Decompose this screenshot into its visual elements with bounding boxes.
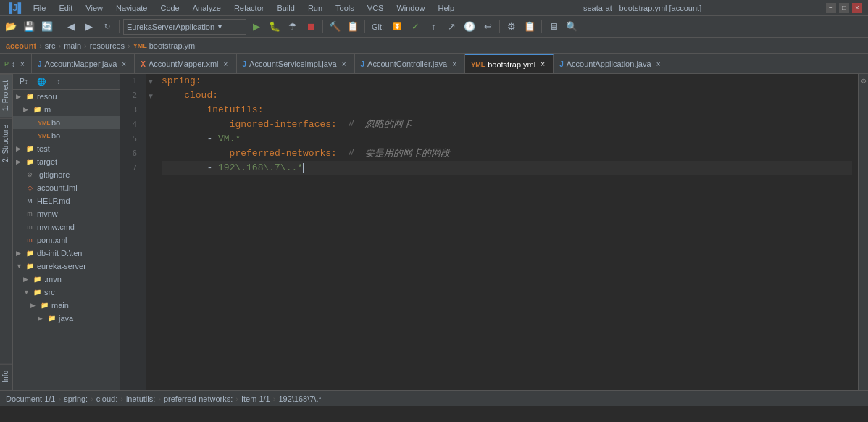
menu-view[interactable]: View bbox=[81, 2, 107, 14]
tree-arrow-eurekaserver: ▼ bbox=[16, 262, 25, 270]
git-pull[interactable]: ↗ bbox=[443, 19, 459, 35]
accountserviceimpl-close-icon[interactable]: × bbox=[340, 59, 349, 68]
code-area[interactable]: spring: cloud: inetutils: ignored-interf… bbox=[156, 74, 858, 390]
forward-button[interactable]: ▶ bbox=[81, 19, 97, 35]
close-button[interactable]: × bbox=[852, 3, 862, 13]
menu-navigate[interactable]: Navigate bbox=[112, 2, 151, 14]
menu-build[interactable]: Build bbox=[272, 2, 299, 14]
menu-help[interactable]: Help bbox=[434, 2, 459, 14]
menu-vcs[interactable]: VCS bbox=[363, 2, 388, 14]
tree-item-bo1[interactable]: YML bo bbox=[13, 116, 120, 129]
right-panel-btn-1[interactable]: ⚙ bbox=[859, 77, 868, 86]
tab-bootstrap-yml[interactable]: YML bootstrap.yml × bbox=[465, 54, 554, 73]
debug-button[interactable]: 🐛 bbox=[267, 19, 283, 35]
structure-panel-tab[interactable]: 2: Structure bbox=[0, 118, 12, 168]
menu-edit[interactable]: Edit bbox=[54, 2, 77, 14]
info-panel-tab[interactable]: Info bbox=[0, 364, 12, 389]
save-button[interactable]: 💾 bbox=[21, 19, 37, 35]
git-revert[interactable]: ↩ bbox=[480, 19, 496, 35]
accountmapper-close-icon[interactable]: × bbox=[120, 59, 128, 68]
tree-item-target[interactable]: ▶ 📁 target bbox=[13, 155, 120, 168]
search-everywhere-button[interactable]: 🔍 bbox=[564, 19, 580, 35]
minimize-button[interactable]: − bbox=[826, 3, 836, 13]
tab-accountserviceimpl[interactable]: J AccountServiceImpl.java × bbox=[237, 54, 355, 73]
back-button[interactable]: ◀ bbox=[63, 19, 79, 35]
tab-accountmapper-java[interactable]: J AccountMapper.java × bbox=[32, 54, 135, 73]
tree-item-gitignore[interactable]: ⚙ .gitignore bbox=[13, 168, 120, 181]
tree-item-test[interactable]: ▶ 📁 test bbox=[13, 142, 120, 155]
git-ok[interactable]: ✓ bbox=[407, 19, 423, 35]
screen-button[interactable]: 🖥 bbox=[546, 19, 562, 35]
breadcrumb: account › src › main › resources › YML b… bbox=[0, 38, 868, 54]
tree-arrow-target: ▶ bbox=[16, 158, 25, 165]
breadcrumb-resources[interactable]: resources bbox=[90, 41, 125, 50]
tree-label-test: test bbox=[37, 144, 50, 153]
sidebar-btn-1[interactable]: P↕ bbox=[16, 74, 32, 90]
tree-item-mvnwcmd[interactable]: m mvnw.cmd bbox=[13, 220, 120, 233]
sidebar-btn-3[interactable]: ↕ bbox=[51, 74, 67, 90]
tab-project[interactable]: P ↕ × bbox=[0, 54, 32, 73]
accountserviceimpl-label: AccountServiceImpl.java bbox=[249, 59, 336, 68]
breadcrumb-file[interactable]: bootstrap.yml bbox=[149, 41, 197, 50]
run-button[interactable]: ▶ bbox=[249, 19, 264, 35]
tab-accountcontroller[interactable]: J AccountController.java × bbox=[355, 54, 466, 73]
tree-item-pomxml[interactable]: m pom.xml bbox=[13, 233, 120, 247]
maven-button[interactable]: 📋 bbox=[345, 19, 361, 35]
tree-item-mvnw[interactable]: m mvnw bbox=[13, 207, 120, 220]
menu-window[interactable]: Window bbox=[392, 2, 429, 14]
tree-item-eurekaserver[interactable]: ▼ 📁 eureka-server bbox=[13, 260, 120, 273]
tab-accountmapper-xml[interactable]: X AccountMapper.xml × bbox=[135, 54, 236, 73]
tree-item-resou[interactable]: ▶ 📁 resou bbox=[13, 90, 120, 103]
tree-item-java[interactable]: ▶ 📁 java bbox=[13, 312, 120, 325]
tree-item-src[interactable]: ▼ 📁 src bbox=[13, 286, 120, 299]
tree-item-dotmvn[interactable]: ▶ 📁 .mvn bbox=[13, 273, 120, 286]
menu-run[interactable]: Run bbox=[304, 2, 327, 14]
menu-file[interactable]: File bbox=[29, 2, 51, 14]
recent-button[interactable]: ↻ bbox=[99, 19, 115, 35]
menu-analyze[interactable]: Analyze bbox=[188, 2, 225, 14]
tab-accountapplication[interactable]: J AccountApplication.java × bbox=[554, 54, 669, 73]
project-panel-tab[interactable]: 1: Project bbox=[0, 74, 12, 117]
accountapplication-close-icon[interactable]: × bbox=[654, 59, 663, 68]
code-cloud-colon: : bbox=[212, 88, 218, 103]
coverage-button[interactable]: ☂ bbox=[285, 19, 301, 35]
tree-arrow-src: ▼ bbox=[23, 289, 32, 296]
breadcrumb-src[interactable]: src bbox=[45, 41, 56, 50]
maximize-button[interactable]: □ bbox=[839, 3, 849, 13]
menu-tools[interactable]: Tools bbox=[331, 2, 359, 14]
tasks-button[interactable]: 📋 bbox=[522, 19, 538, 35]
java-icon-4: J bbox=[559, 60, 564, 68]
menu-code[interactable]: Code bbox=[156, 2, 183, 14]
tree-label-resou: resou bbox=[37, 92, 57, 101]
git-history[interactable]: 🕐 bbox=[462, 19, 477, 35]
accountcontroller-close-icon[interactable]: × bbox=[450, 59, 459, 68]
yml-icon-bo1: YML bbox=[39, 117, 49, 128]
tree-item-m[interactable]: ▶ 📁 m bbox=[13, 103, 120, 116]
run-config-dropdown[interactable]: EurekaServerApplication ▼ bbox=[123, 19, 246, 35]
sync-button[interactable]: 🔄 bbox=[39, 19, 55, 35]
toolbar-sep-3 bbox=[322, 20, 323, 33]
tree-item-bo2[interactable]: YML bo bbox=[13, 129, 120, 142]
tree-item-dbinit[interactable]: ▶ 📁 db-init D:\ten bbox=[13, 247, 120, 260]
fold-marker-2[interactable]: ▼ bbox=[146, 88, 156, 103]
stop-button[interactable]: ⏹ bbox=[303, 19, 319, 35]
tree-item-main[interactable]: ▶ 📁 main bbox=[13, 299, 120, 312]
sidebar-btn-2[interactable]: 🌐 bbox=[33, 74, 49, 90]
breadcrumb-account[interactable]: account bbox=[6, 41, 36, 50]
tree-item-helpmd[interactable]: M HELP.md bbox=[13, 194, 120, 207]
editor[interactable]: 1 2 3 4 5 6 7 ▼ ▼ bbox=[120, 74, 858, 390]
code-preferred-key: preferred-networks bbox=[196, 146, 331, 161]
bootstrap-yml-close-icon[interactable]: × bbox=[538, 60, 547, 69]
build-button[interactable]: 🔨 bbox=[327, 19, 343, 35]
tree-item-accountiml[interactable]: ◇ account.iml bbox=[13, 181, 120, 194]
menu-refactor[interactable]: Refactor bbox=[230, 2, 269, 14]
git-fetch[interactable]: ⏬ bbox=[389, 19, 405, 35]
project-close-icon[interactable]: × bbox=[18, 59, 27, 68]
settings-button[interactable]: ⚙ bbox=[504, 19, 519, 35]
accountmapper-xml-close-icon[interactable]: × bbox=[222, 59, 230, 68]
open-button[interactable]: 📂 bbox=[3, 19, 19, 35]
fold-marker-1[interactable]: ▼ bbox=[146, 74, 156, 88]
git-push[interactable]: ↑ bbox=[425, 19, 441, 35]
left-edge-panels: 1: Project 2: Structure Info bbox=[0, 74, 13, 390]
breadcrumb-main[interactable]: main bbox=[64, 41, 81, 50]
